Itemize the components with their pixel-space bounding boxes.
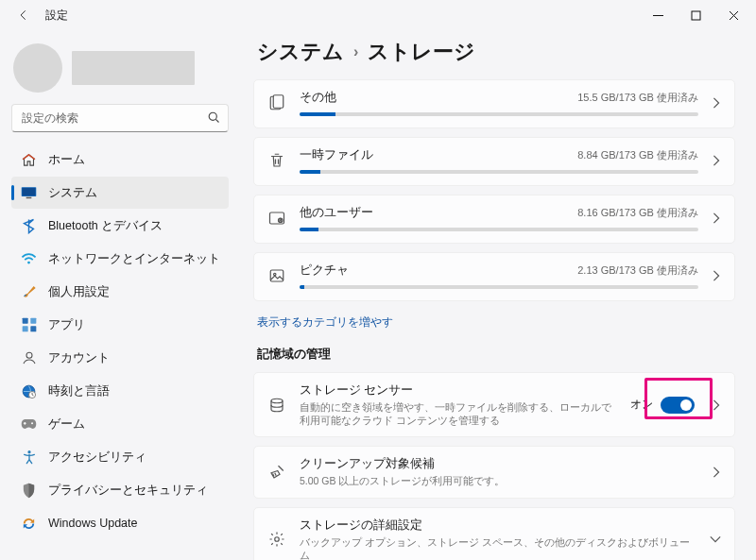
svg-rect-3 — [22, 187, 35, 195]
svg-rect-4 — [26, 196, 32, 197]
nav: ホーム システム Bluetooth とデバイス ネットワークとインターネット … — [11, 144, 229, 539]
breadcrumb-current: ストレージ — [368, 38, 475, 66]
svg-rect-9 — [30, 326, 36, 331]
main: システム › ストレージ その他 15.5 GB/173 GB 使用済み — [236, 30, 756, 560]
cleanup-card[interactable]: クリーンアップ対象候補 5.00 GB 以上のストレージが利用可能です。 — [253, 446, 735, 498]
svg-rect-21 — [270, 270, 284, 281]
nav-privacy[interactable]: プライバシーとセキュリティ — [11, 474, 229, 506]
storage-detail: 15.5 GB/173 GB 使用済み — [577, 91, 698, 105]
minimize-button[interactable] — [639, 0, 677, 30]
cleanup-title: クリーンアップ対象候補 — [300, 456, 698, 472]
toggle-label: オン — [630, 397, 653, 413]
nav-personalization[interactable]: 個人用設定 — [11, 276, 229, 308]
titlebar: 設定 — [0, 0, 756, 30]
nav-windows-update[interactable]: Windows Update — [11, 507, 229, 539]
svg-rect-17 — [273, 95, 284, 109]
breadcrumb-parent[interactable]: システム — [257, 38, 344, 66]
storage-sense-title: ストレージ センサー — [300, 382, 617, 399]
show-more-link[interactable]: 表示するカテゴリを増やす — [257, 315, 393, 330]
accessibility-icon — [21, 450, 37, 466]
home-icon — [21, 152, 37, 168]
storage-title: 他のユーザー — [300, 205, 373, 221]
sidebar: ホーム システム Bluetooth とデバイス ネットワークとインターネット … — [0, 30, 236, 560]
svg-rect-6 — [22, 318, 27, 324]
maximize-icon — [691, 10, 701, 21]
storage-sense-toggle[interactable] — [661, 397, 695, 414]
other-icon — [267, 93, 286, 112]
nav-system[interactable]: システム — [11, 177, 229, 209]
storage-title: その他 — [300, 90, 336, 106]
progress-bar — [300, 170, 698, 174]
gamepad-icon — [21, 416, 37, 433]
svg-rect-0 — [692, 11, 700, 20]
progress-fill — [300, 285, 304, 289]
nav-label: 時刻と言語 — [48, 383, 110, 399]
storage-detail: 2.13 GB/173 GB 使用済み — [577, 263, 698, 278]
broom-icon — [267, 463, 286, 482]
chevron-right-icon — [712, 467, 721, 478]
back-button[interactable] — [11, 3, 36, 27]
storage-title: 一時ファイル — [300, 147, 373, 163]
chevron-right-icon: › — [353, 43, 358, 60]
svg-point-23 — [271, 399, 283, 403]
nav-label: 個人用設定 — [48, 284, 110, 300]
users-icon — [267, 209, 286, 228]
arrow-left-icon — [17, 8, 30, 22]
svg-point-15 — [27, 450, 30, 453]
storage-item-other[interactable]: その他 15.5 GB/173 GB 使用済み — [253, 79, 735, 128]
search-input[interactable] — [11, 104, 229, 132]
update-icon — [21, 516, 37, 532]
nav-home[interactable]: ホーム — [11, 144, 229, 176]
avatar — [13, 43, 62, 93]
nav-accessibility[interactable]: アクセシビリティ — [11, 441, 229, 473]
nav-label: Bluetooth とデバイス — [48, 218, 163, 234]
account-name-redacted — [72, 51, 195, 85]
svg-rect-8 — [22, 326, 27, 331]
image-icon — [267, 266, 286, 285]
system-icon — [21, 185, 37, 201]
account-icon — [21, 350, 37, 366]
bluetooth-icon — [21, 218, 37, 234]
gear-icon — [267, 530, 286, 549]
storage-item-temp[interactable]: 一時ファイル 8.84 GB/173 GB 使用済み — [253, 137, 735, 186]
progress-bar — [300, 228, 698, 231]
chevron-right-icon — [712, 212, 721, 224]
nav-label: ゲーム — [48, 416, 85, 433]
svg-rect-7 — [30, 318, 36, 324]
wifi-icon — [21, 251, 37, 267]
account-banner[interactable] — [13, 43, 229, 93]
nav-bluetooth[interactable]: Bluetooth とデバイス — [11, 210, 229, 242]
chevron-down-icon — [710, 535, 721, 544]
nav-gaming[interactable]: ゲーム — [11, 408, 229, 440]
svg-point-1 — [209, 112, 216, 120]
advanced-storage-card[interactable]: ストレージの詳細設定 バックアップ オプション、ストレージ スペース、その他のデ… — [253, 507, 735, 560]
svg-point-14 — [31, 422, 33, 424]
advanced-title: ストレージの詳細設定 — [300, 518, 696, 534]
close-button[interactable] — [714, 0, 752, 30]
svg-point-24 — [275, 537, 280, 542]
storage-sense-card[interactable]: ストレージ センサー 自動的に空き領域を増やす、一時ファイルを削除する、ローカル… — [253, 372, 735, 437]
progress-fill — [300, 112, 335, 116]
nav-label: ネットワークとインターネット — [48, 251, 220, 267]
search-box[interactable] — [11, 104, 229, 132]
nav-time-language[interactable]: 時刻と言語 — [11, 375, 229, 407]
storage-item-other-users[interactable]: 他のユーザー 8.16 GB/173 GB 使用済み — [253, 195, 735, 244]
chevron-right-icon — [712, 97, 721, 109]
globe-clock-icon — [21, 383, 37, 399]
nav-apps[interactable]: アプリ — [11, 309, 229, 341]
maximize-button[interactable] — [677, 0, 714, 30]
chevron-right-icon — [712, 399, 721, 411]
nav-account[interactable]: アカウント — [11, 342, 229, 374]
storage-item-pictures[interactable]: ピクチャ 2.13 GB/173 GB 使用済み — [253, 252, 735, 301]
brush-icon — [21, 284, 37, 300]
apps-icon — [21, 317, 37, 333]
nav-label: アカウント — [48, 350, 110, 366]
storage-title: ピクチャ — [300, 263, 349, 279]
progress-fill — [300, 170, 320, 174]
nav-label: システム — [48, 185, 97, 201]
storage-sense-icon — [267, 396, 286, 415]
nav-label: Windows Update — [48, 517, 138, 530]
nav-network[interactable]: ネットワークとインターネット — [11, 243, 229, 275]
nav-label: プライバシーとセキュリティ — [48, 483, 208, 499]
trash-icon — [267, 151, 286, 170]
